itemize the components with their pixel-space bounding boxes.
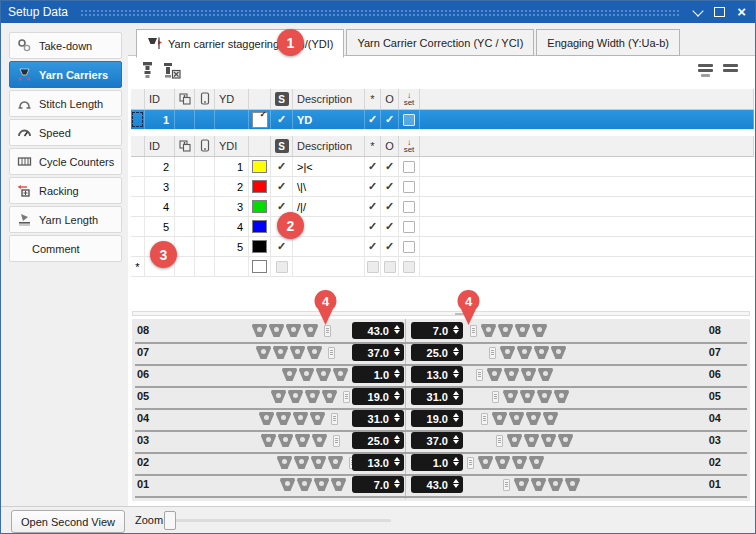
yarn-carrier-icon[interactable] (295, 434, 310, 447)
stagger-marker-right[interactable] (467, 457, 474, 469)
color-swatch[interactable] (252, 160, 267, 173)
stagger-value-left[interactable]: 43.0 (352, 322, 404, 339)
yarn-carrier-icon[interactable] (495, 456, 510, 469)
sidebar-item-stitch-length[interactable]: Stitch Length (9, 90, 122, 117)
yarn-carrier-icon[interactable] (543, 412, 558, 425)
stagger-value-right[interactable]: 37.0 (411, 432, 463, 449)
cell[interactable] (175, 217, 195, 236)
cell[interactable] (195, 237, 215, 256)
yarn-carrier-icon[interactable] (290, 346, 305, 359)
spinner-icon[interactable] (394, 435, 400, 444)
cell[interactable] (175, 257, 195, 276)
yarn-carrier-icon[interactable] (293, 412, 308, 425)
yarn-carrier-icon[interactable] (524, 434, 539, 447)
ydi-row-3[interactable]: 3 2 ✓ \|\ ✓ ✓ (131, 177, 754, 197)
stagger-marker-right[interactable] (476, 369, 483, 381)
device-tag-icon[interactable] (195, 136, 215, 156)
ydi-new-row[interactable]: * (131, 257, 754, 277)
s-cell[interactable]: ✓ (271, 237, 293, 256)
color-header[interactable] (249, 136, 271, 156)
star-cell[interactable]: ✓ (365, 197, 381, 216)
stagger-marker-right[interactable] (496, 435, 503, 447)
yarn-carrier-icon[interactable] (507, 434, 522, 447)
set-cell[interactable] (399, 237, 420, 256)
yarn-carrier-icon[interactable] (278, 434, 293, 447)
o-checkbox[interactable] (384, 261, 396, 273)
yarn-carrier-icon[interactable] (503, 390, 518, 403)
description-cell[interactable]: /|/ (293, 197, 365, 216)
stagger-value-left[interactable]: 1.0 (352, 366, 404, 383)
color-header[interactable] (249, 89, 271, 109)
stagger-value-left[interactable]: 19.0 (352, 388, 404, 405)
yarn-carrier-icon[interactable] (276, 412, 291, 425)
ydi-row-6[interactable]: 6 5 ✓ ✓ ✓ (131, 237, 754, 257)
yarn-carrier-icon[interactable] (305, 390, 320, 403)
sidebar-item-yarn-length[interactable]: Yarn Length (9, 206, 122, 233)
color-cell[interactable] (249, 237, 271, 256)
ydi-header[interactable]: YDI (215, 136, 249, 156)
cascade-windows-icon[interactable] (175, 89, 195, 109)
insert-carrier-tool[interactable] (140, 61, 155, 83)
o-cell[interactable]: ✓ (381, 217, 399, 236)
yarn-carrier-icon[interactable] (314, 478, 329, 491)
stagger-marker-right[interactable] (503, 479, 510, 491)
set-checkbox[interactable] (403, 221, 415, 233)
s-cell[interactable]: ✓ (271, 157, 293, 176)
yarn-carrier-icon[interactable] (269, 324, 284, 337)
o-cell[interactable]: ✓ (381, 110, 399, 129)
spinner-icon[interactable] (453, 413, 459, 422)
tab-yarn-carrier-correction[interactable]: Yarn Carrier Correction (YC / YCI) (346, 29, 534, 56)
spinner-icon[interactable] (453, 391, 459, 400)
stagger-value-right[interactable]: 13.0 (411, 366, 463, 383)
star-cell[interactable]: ✓ (365, 157, 381, 176)
cascade-windows-icon[interactable] (175, 136, 195, 156)
set-checkbox[interactable] (403, 161, 415, 173)
star-cell[interactable] (365, 257, 381, 276)
yarn-carrier-icon[interactable] (297, 478, 312, 491)
stagger-value-right[interactable]: 1.0 (411, 454, 463, 471)
color-cell[interactable] (249, 217, 271, 236)
yarn-carrier-icon[interactable] (512, 456, 527, 469)
yarn-carrier-icon[interactable] (531, 478, 546, 491)
set-cell[interactable] (399, 177, 420, 196)
cell[interactable] (175, 177, 195, 196)
ydi-cell[interactable]: 4 (215, 217, 249, 236)
stagger-value-left[interactable]: 25.0 (352, 432, 404, 449)
color-swatch[interactable] (252, 260, 267, 273)
color-swatch[interactable] (252, 180, 267, 193)
open-second-view-button[interactable]: Open Second View (11, 510, 125, 533)
set-cell[interactable] (399, 197, 420, 216)
yarn-carrier-icon[interactable] (509, 412, 524, 425)
yarn-carrier-icon[interactable] (526, 412, 541, 425)
set-cell[interactable] (399, 217, 420, 236)
set-header[interactable]: ↓set (399, 136, 420, 156)
tab-engaging-width[interactable]: Engaging Width (Y:Ua-b) (536, 29, 680, 56)
yarn-carrier-icon[interactable] (252, 324, 267, 337)
ydi-row-4[interactable]: 4 3 ✓ /|/ ✓ ✓ (131, 197, 754, 217)
set-cell[interactable] (399, 157, 420, 176)
row-selector[interactable] (131, 217, 145, 236)
color-cell[interactable] (249, 197, 271, 216)
set-checkbox[interactable] (403, 261, 415, 273)
spinner-icon[interactable] (453, 347, 459, 356)
yarn-carrier-icon[interactable] (515, 324, 530, 337)
yarn-carrier-icon[interactable] (273, 346, 288, 359)
ydi-cell[interactable] (215, 257, 249, 276)
id-cell[interactable]: 4 (145, 197, 175, 216)
ydi-cell[interactable]: 2 (215, 177, 249, 196)
yarn-carrier-icon[interactable] (565, 478, 580, 491)
spinner-icon[interactable] (394, 347, 400, 356)
yarn-carrier-icon[interactable] (294, 456, 309, 469)
spinner-icon[interactable] (453, 435, 459, 444)
description-cell[interactable]: \|\ (293, 177, 365, 196)
yarn-carrier-icon[interactable] (500, 346, 515, 359)
sidebar-item-yarn-carriers[interactable]: Yarn Carriers (9, 61, 122, 88)
star-header[interactable]: * (365, 136, 381, 156)
yarn-carrier-icon[interactable] (487, 368, 502, 381)
star-header[interactable]: * (365, 89, 381, 109)
o-cell[interactable]: ✓ (381, 197, 399, 216)
spinner-icon[interactable] (394, 391, 400, 400)
yarn-carrier-icon[interactable] (331, 478, 346, 491)
chevron-down-icon[interactable] (693, 5, 704, 16)
yarn-carrier-icon[interactable] (322, 390, 337, 403)
